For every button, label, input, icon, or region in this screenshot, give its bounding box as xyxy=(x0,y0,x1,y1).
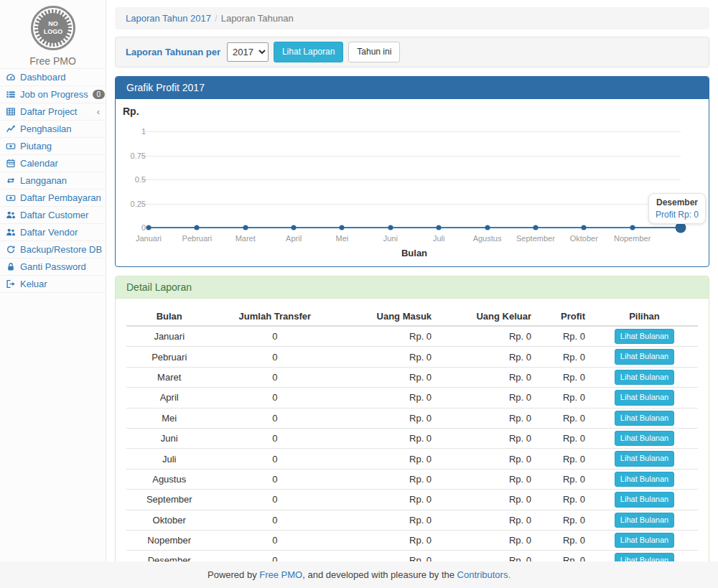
table-cell: Januari xyxy=(126,326,212,347)
calendar-icon xyxy=(6,159,16,168)
chart-point[interactable] xyxy=(388,225,393,230)
chart-x-tick-label: Agustus xyxy=(473,234,502,243)
chart-gridline xyxy=(141,179,681,180)
no-logo-icon: NO LOGO xyxy=(30,5,76,51)
year-select[interactable]: 2017 xyxy=(227,42,269,62)
column-header-pilihan: Pilihan xyxy=(591,307,698,326)
sidebar-item-penghasilan[interactable]: Penghasilan xyxy=(0,121,106,138)
chart-x-tick-label: Juni xyxy=(383,234,398,243)
table-cell-action: Lihat Bulanan xyxy=(591,469,698,489)
table-cell: 0 xyxy=(212,408,337,428)
table-row: Juli0Rp. 0Rp. 0Rp. 0Lihat Bulanan xyxy=(126,449,698,469)
table-cell: Nopember xyxy=(126,530,212,550)
sidebar-item-piutang[interactable]: Piutang xyxy=(0,138,106,155)
view-monthly-button[interactable]: Lihat Bulanan xyxy=(615,370,674,385)
sign-out-icon xyxy=(6,279,16,289)
logo-area: NO LOGO Free PMO xyxy=(0,0,106,68)
chart-x-tick-label: Nopember xyxy=(614,234,651,243)
this-year-button[interactable]: Tahun ini xyxy=(348,42,400,62)
chart-x-tick-label: Oktober xyxy=(570,234,598,243)
table-cell: 0 xyxy=(212,490,337,510)
chart-point[interactable] xyxy=(437,225,442,230)
job-count-badge: 0 xyxy=(93,90,105,99)
table-cell: 0 xyxy=(212,326,337,347)
list-icon xyxy=(6,90,16,99)
free-pmo-link[interactable]: Free PMO xyxy=(259,569,302,580)
table-cell: Rp. 0 xyxy=(437,510,537,530)
sidebar-item-backup-restore-db[interactable]: Backup/Restore DB xyxy=(0,241,106,258)
users-icon xyxy=(6,228,16,237)
sidebar-item-job-on-progress[interactable]: Job on Progress0 xyxy=(0,86,106,103)
table-cell-action: Lihat Bulanan xyxy=(591,530,698,550)
table-cell: Rp. 0 xyxy=(337,388,437,408)
chart-point[interactable] xyxy=(292,225,297,230)
sidebar-item-dashboard[interactable]: Dashboard xyxy=(0,69,106,86)
table-cell: Rp. 0 xyxy=(437,469,537,489)
chart-point[interactable] xyxy=(340,225,345,230)
contributors-link[interactable]: Contributors. xyxy=(457,569,510,580)
chart-x-tick-label: Mei xyxy=(336,234,349,243)
breadcrumb-link-laporan-tahun[interactable]: Laporan Tahun 2017 xyxy=(126,13,211,24)
table-cell: Rp. 0 xyxy=(337,367,437,387)
sidebar-item-ganti-password[interactable]: Ganti Password xyxy=(0,258,106,276)
view-monthly-button[interactable]: Lihat Bulanan xyxy=(615,533,674,548)
view-monthly-button[interactable]: Lihat Bulanan xyxy=(615,492,674,507)
footer-text-middle: , and developed with pleasure by the xyxy=(302,569,457,580)
profit-chart-panel: Grafik Profit 2017 Rp. Bulan Desember Pr… xyxy=(115,76,709,267)
table-cell: Rp. 0 xyxy=(337,428,437,448)
chart-point[interactable] xyxy=(582,225,587,230)
table-cell: 0 xyxy=(212,449,337,469)
chart-point[interactable] xyxy=(485,225,490,230)
chart-y-tick-label: 0 xyxy=(123,223,146,232)
column-header-bulan: Bulan xyxy=(126,307,212,326)
sidebar-item-daftar-project[interactable]: Daftar Project‹ xyxy=(0,103,106,121)
table-cell: Rp. 0 xyxy=(337,326,437,347)
money-icon xyxy=(6,141,16,151)
view-monthly-button[interactable]: Lihat Bulanan xyxy=(615,431,674,446)
profit-chart: Rp. Bulan Desember Profit Rp: 0 00.250.5… xyxy=(116,99,709,266)
sidebar-item-daftar-vendor[interactable]: Daftar Vendor xyxy=(0,224,106,241)
chart-y-tick-label: 1 xyxy=(123,127,146,136)
view-monthly-button[interactable]: Lihat Bulanan xyxy=(615,329,674,344)
chart-x-axis-title: Bulan xyxy=(401,248,427,258)
table-row: Januari0Rp. 0Rp. 0Rp. 0Lihat Bulanan xyxy=(126,326,698,347)
sidebar-item-daftar-customer[interactable]: Daftar Customer xyxy=(0,207,106,224)
chart-x-tick-label: Pebruari xyxy=(182,234,213,243)
chart-gridline xyxy=(141,204,681,205)
view-monthly-button[interactable]: Lihat Bulanan xyxy=(615,513,674,528)
table-cell: Rp. 0 xyxy=(337,490,437,510)
detail-report-panel-title: Detail Laporan xyxy=(116,276,709,299)
table-cell: 0 xyxy=(212,530,337,550)
chart-point[interactable] xyxy=(630,225,635,230)
svg-text:LOGO: LOGO xyxy=(43,28,62,35)
sidebar: NO LOGO Free PMO DashboardJob on Progres… xyxy=(0,0,106,561)
table-cell: 0 xyxy=(212,347,337,367)
table-cell: April xyxy=(126,388,212,408)
view-monthly-button[interactable]: Lihat Bulanan xyxy=(615,390,674,405)
table-cell: Rp. 0 xyxy=(337,408,437,428)
exchange-icon xyxy=(6,176,16,185)
table-cell: Rp. 0 xyxy=(337,530,437,550)
sidebar-item-keluar[interactable]: Keluar xyxy=(0,276,106,293)
view-monthly-button[interactable]: Lihat Bulanan xyxy=(615,451,674,466)
table-cell: Rp. 0 xyxy=(537,367,591,387)
chart-gridline xyxy=(141,131,681,132)
sidebar-item-label: Keluar xyxy=(20,279,47,289)
view-report-button[interactable]: Lihat Laporan xyxy=(274,42,343,62)
sidebar-item-calendar[interactable]: Calendar xyxy=(0,155,106,172)
sidebar-item-langganan[interactable]: Langganan xyxy=(0,172,106,190)
view-monthly-button[interactable]: Lihat Bulanan xyxy=(615,349,674,364)
chart-point[interactable] xyxy=(243,225,248,230)
sidebar-item-label: Dashboard xyxy=(20,72,66,83)
footer: Powered by Free PMO, and developed with … xyxy=(0,561,718,588)
sidebar-item-daftar-pembayaran[interactable]: Daftar Pembayaran xyxy=(0,190,106,207)
chart-point[interactable] xyxy=(195,225,200,230)
chart-point[interactable] xyxy=(533,225,538,230)
breadcrumb-current: Laporan Tahunan xyxy=(221,13,294,24)
view-monthly-button[interactable]: Lihat Bulanan xyxy=(615,472,674,487)
view-monthly-button[interactable]: Lihat Bulanan xyxy=(615,411,674,426)
profit-line-series xyxy=(149,227,681,228)
chart-point[interactable] xyxy=(146,225,151,230)
table-cell: Rp. 0 xyxy=(437,530,537,550)
sidebar-item-label: Daftar Project xyxy=(20,106,77,117)
